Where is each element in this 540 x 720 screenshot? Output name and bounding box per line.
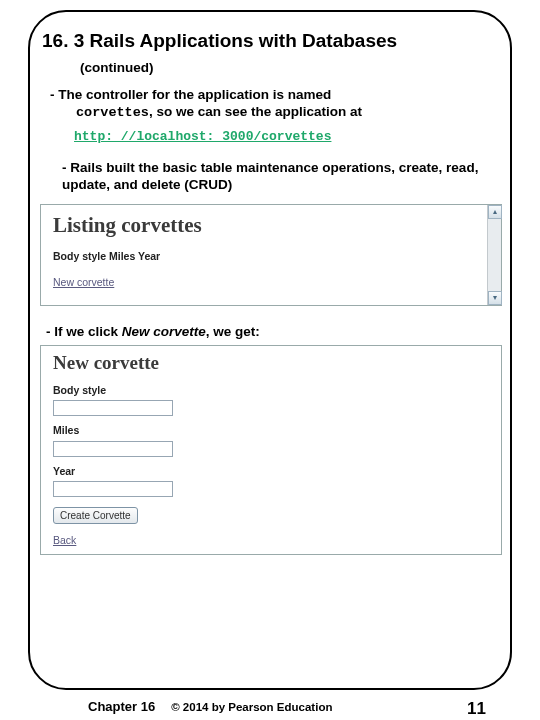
p1-text-b: , so we can see the application at [149,104,362,119]
screenshot-new-form: New corvette Body style Miles Year Creat… [40,345,502,555]
paragraph-controller: - The controller for the application is … [50,87,494,122]
slide-subtitle: (continued) [80,60,500,75]
input-miles[interactable] [53,441,173,457]
label-miles: Miles [53,424,489,436]
p3-b: , we get: [206,324,260,339]
p1-text-a: - The controller for the application is … [50,87,331,102]
label-body-style: Body style [53,384,489,396]
back-link[interactable]: Back [53,534,489,546]
slide-footer: Chapter 16 © 2014 by Pearson Education 1… [0,699,540,714]
code-corvettes: corvettes [76,105,149,120]
screenshot-listing: Listing corvettes Body style Miles Year … [40,204,502,306]
input-year[interactable] [53,481,173,497]
form-heading: New corvette [53,352,489,374]
footer-chapter: Chapter 16 [88,699,155,714]
input-body-style[interactable] [53,400,173,416]
p3-a: - If we click [46,324,122,339]
listing-heading: Listing corvettes [53,213,481,238]
paragraph-click: - If we click New corvette, we get: [46,324,500,339]
scrollbar[interactable]: ▴ ▾ [487,205,501,305]
slide-frame: 16. 3 Rails Applications with Databases … [28,10,512,690]
create-corvette-button[interactable]: Create Corvette [53,507,138,524]
localhost-link[interactable]: http: //localhost: 3000/corvettes [74,129,331,144]
scroll-up-icon[interactable]: ▴ [488,205,502,219]
p2-text: - Rails built the basic table maintenanc… [62,160,478,192]
slide-title: 16. 3 Rails Applications with Databases [42,30,500,52]
p3-italic: New corvette [122,324,206,339]
scroll-down-icon[interactable]: ▾ [488,291,502,305]
paragraph-crud: - Rails built the basic table maintenanc… [62,160,494,194]
listing-columns: Body style Miles Year [53,250,481,262]
label-year: Year [53,465,489,477]
footer-page-number: 11 [467,699,486,719]
footer-copyright: © 2014 by Pearson Education [171,701,332,713]
new-corvette-link[interactable]: New corvette [53,276,481,288]
